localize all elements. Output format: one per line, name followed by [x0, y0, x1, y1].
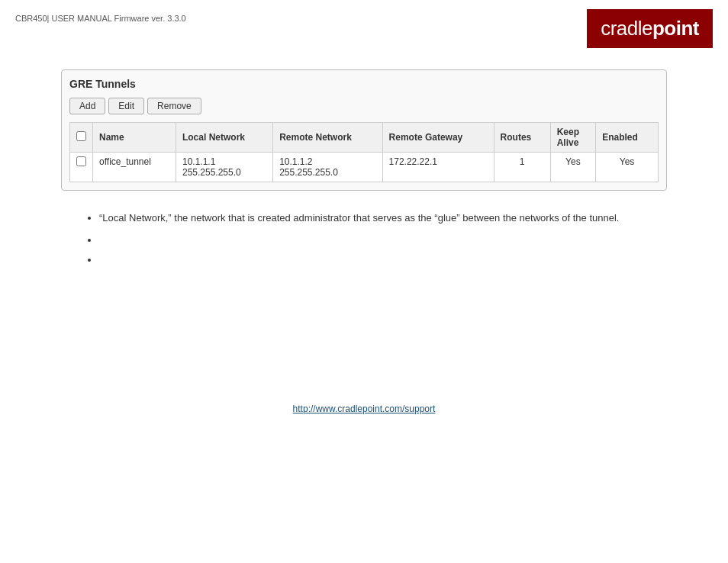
remove-button[interactable]: Remove [147, 98, 201, 114]
remote-net-line1: 10.1.1.2 [279, 156, 312, 167]
col-remote-gateway: Remote Gateway [382, 123, 494, 153]
toolbar: Add Edit Remove [69, 98, 659, 114]
gre-tunnels-panel: GRE Tunnels Add Edit Remove Name Local N… [61, 69, 667, 191]
row-checkbox-cell [70, 153, 93, 182]
row-routes: 1 [494, 153, 550, 182]
col-name: Name [93, 123, 176, 153]
tunnel-table: Name Local Network Remote Network Remote… [69, 122, 659, 182]
col-routes: Routes [494, 123, 550, 153]
main-content: GRE Tunnels Add Edit Remove Name Local N… [0, 54, 728, 429]
logo: cradlepoint [587, 9, 713, 48]
logo-cradle: cradle [601, 17, 652, 40]
bullet-item-1: “Local Network,” the network that is cre… [99, 209, 652, 227]
bullet-item-3 [99, 251, 652, 266]
col-remote-network: Remote Network [273, 123, 382, 153]
col-keep-alive: KeepAlive [550, 123, 596, 153]
row-name: office_tunnel [93, 153, 176, 182]
logo-text: cradlepoint [601, 17, 699, 40]
bullet-section: “Local Network,” the network that is cre… [61, 209, 667, 266]
col-local-network: Local Network [176, 123, 272, 153]
panel-title: GRE Tunnels [69, 78, 659, 90]
add-button[interactable]: Add [69, 98, 105, 114]
manual-title: CBR450| USER MANUAL Firmware ver. 3.3.0 [15, 14, 186, 23]
logo-point: point [652, 17, 699, 40]
table-header-row: Name Local Network Remote Network Remote… [70, 123, 659, 153]
local-net-line2: 255.255.255.0 [182, 167, 241, 178]
row-remote-network: 10.1.1.2 255.255.255.0 [273, 153, 382, 182]
table-row: office_tunnel 10.1.1.1 255.255.255.0 10.… [70, 153, 659, 182]
row-checkbox[interactable] [76, 156, 86, 166]
bullet-list: “Local Network,” the network that is cre… [76, 209, 652, 266]
bullet1-keyword: Local Network [102, 212, 165, 224]
row-remote-gateway: 172.22.22.1 [382, 153, 494, 182]
col-enabled: Enabled [596, 123, 659, 153]
bullet-item-2 [99, 231, 652, 246]
bullet1-suffix: ,” the network that is created administr… [166, 212, 620, 224]
row-local-network: 10.1.1.1 255.255.255.0 [176, 153, 272, 182]
select-all-checkbox[interactable] [76, 131, 86, 141]
local-net-line1: 10.1.1.1 [182, 156, 215, 167]
edit-button[interactable]: Edit [108, 98, 144, 114]
footer-link[interactable]: http://www.cradlepoint.com/support [293, 404, 436, 414]
col-checkbox [70, 123, 93, 153]
row-keep-alive: Yes [550, 153, 596, 182]
row-enabled: Yes [596, 153, 659, 182]
footer-link-area: http://www.cradlepoint.com/support [61, 404, 667, 414]
header: CBR450| USER MANUAL Firmware ver. 3.3.0 … [0, 0, 728, 54]
remote-net-line2: 255.255.255.0 [279, 167, 338, 178]
